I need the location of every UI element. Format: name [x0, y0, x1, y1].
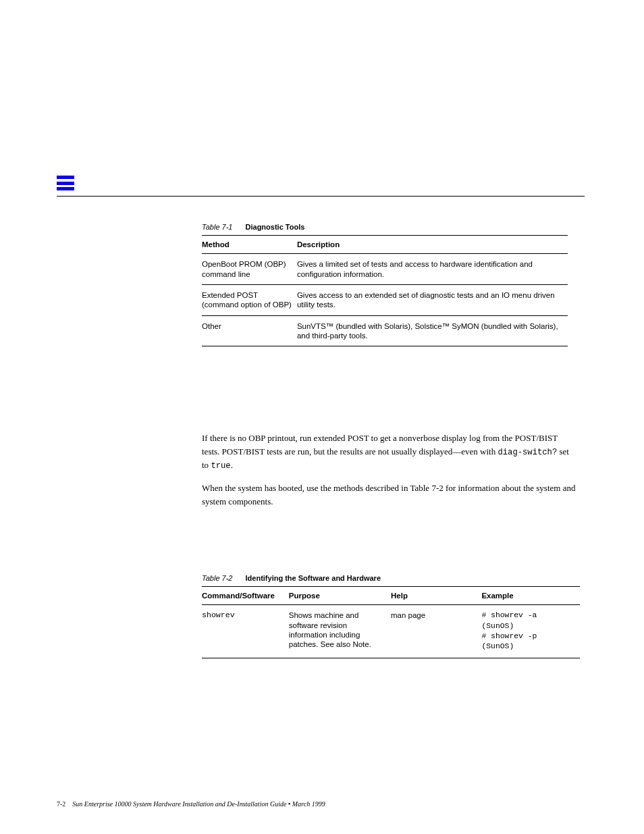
table2-cell-purpose: Shows machine and software revision info…: [289, 605, 391, 658]
table2-cell-example: # showrev -a (SunOS) # showrev -p (SunOS…: [481, 605, 580, 658]
header-rule: [57, 196, 585, 197]
table1-caption: Table 7-1 Diagnostic Tools: [202, 223, 568, 232]
menu-bars-icon[interactable]: [57, 176, 74, 190]
table2-th-cmd: Command/Software: [202, 586, 289, 604]
table1-cell-desc: Gives a limited set of tests and access …: [297, 254, 568, 285]
page-footer: 7-2 Sun Enterprise 10000 System Hardware…: [57, 800, 585, 809]
table2-cell-cmd: showrev: [202, 605, 289, 658]
intro-p1-mono: diag-switch?: [498, 448, 557, 457]
table-row: OtherSunVTS™ (bundled with Solaris), Sol…: [202, 315, 568, 346]
intro-p1-end: .: [231, 460, 233, 470]
footer-left: 7-2 Sun Enterprise 10000 System Hardware…: [57, 800, 325, 809]
diagnostic-tools-table: Table 7-1 Diagnostic Tools Method Descri…: [202, 223, 568, 346]
table1-caption-title: Diagnostic Tools: [246, 223, 305, 231]
table2-th-example: Example: [481, 586, 580, 604]
intro-p1-mono2: true: [211, 461, 230, 471]
table2-caption-title: Identifying the Software and Hardware: [246, 574, 381, 582]
footer-pagenum: 7-2: [57, 800, 65, 808]
table2-caption-num: Table 7-2: [202, 574, 232, 582]
footer-text: Sun Enterprise 10000 System Hardware Ins…: [72, 800, 325, 808]
table2-th-help: Help: [391, 586, 481, 604]
table1-cell-method: OpenBoot PROM (OBP) command line: [202, 254, 297, 285]
table1-cell-desc: Gives access to an extended set of diagn…: [297, 284, 568, 315]
intro-p2: When the system has booted, use the meth…: [202, 481, 576, 508]
table1-cell-method: Other: [202, 315, 297, 346]
table1-cell-desc: SunVTS™ (bundled with Solaris), Solstice…: [297, 315, 568, 346]
intro-p2-pre: When the system has booted, use the meth…: [202, 483, 410, 493]
table2-cell-help: man page: [391, 605, 481, 658]
table-row: OpenBoot PROM (OBP) command lineGives a …: [202, 254, 568, 285]
identify-sw-hw-table: Table 7-2 Identifying the Software and H…: [202, 574, 580, 658]
table2-th-purpose: Purpose: [289, 586, 391, 604]
table-row: Extended POST (command option of OBP)Giv…: [202, 284, 568, 315]
intro-p2-link: Table 7-2: [410, 483, 443, 493]
table1-caption-num: Table 7-1: [202, 223, 232, 231]
table2-caption: Table 7-2 Identifying the Software and H…: [202, 574, 580, 583]
table1-cell-method: Extended POST (command option of OBP): [202, 284, 297, 315]
intro-p1: If there is no OBP printout, run extende…: [202, 432, 576, 472]
table1-th-method: Method: [202, 235, 297, 253]
table1-th-desc: Description: [297, 235, 568, 253]
table-row: showrevShows machine and software revisi…: [202, 605, 580, 658]
intro-paragraph: If there is no OBP printout, run extende…: [202, 432, 576, 508]
